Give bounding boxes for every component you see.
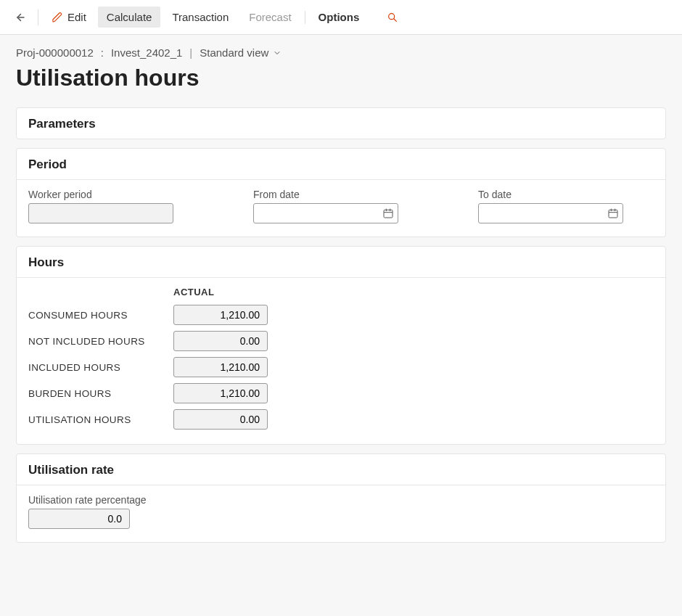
edit-label: Edit [67, 11, 86, 23]
svg-point-0 [389, 13, 395, 19]
included-hours-value[interactable] [173, 357, 268, 377]
section-utilisation-rate: Utilisation rate Utilisation rate percen… [16, 453, 666, 543]
from-date-field: From date [253, 189, 398, 223]
search-button[interactable] [379, 7, 406, 28]
period-body: Worker period From date To date [17, 189, 665, 237]
back-arrow-icon [13, 11, 26, 24]
worker-period-field: Worker period [28, 189, 173, 223]
section-hours: Hours ACTUAL CONSUMED HOURS NOT INCLUDED… [16, 246, 666, 445]
section-divider [17, 277, 665, 278]
burden-hours-value[interactable] [173, 383, 268, 403]
to-date-input[interactable] [478, 203, 623, 223]
rate-percentage-label: Utilisation rate percentage [28, 494, 654, 506]
edit-button[interactable]: Edit [43, 7, 95, 28]
options-button[interactable]: Options [310, 7, 369, 28]
view-label-text: Standard view [200, 46, 268, 59]
actual-column-header: ACTUAL [173, 287, 275, 299]
pencil-icon [52, 12, 63, 23]
page-header-area: Proj-000000012 : Invest_2402_1 | Standar… [0, 35, 682, 107]
toolbar-divider [38, 9, 38, 25]
options-label: Options [319, 11, 360, 23]
burden-hours-label: BURDEN HOURS [28, 388, 173, 399]
breadcrumb-colon: : [101, 46, 104, 59]
to-date-label: To date [478, 189, 623, 200]
forecast-label: Forecast [249, 11, 291, 23]
forecast-button: Forecast [240, 7, 300, 28]
section-hours-header[interactable]: Hours [17, 247, 665, 277]
page-title: Utilisation hours [16, 65, 666, 91]
utilisation-hours-value[interactable] [173, 409, 268, 430]
rate-percentage-value[interactable] [28, 509, 130, 529]
worker-period-label: Worker period [28, 189, 173, 200]
section-parameters-header[interactable]: Parameters [17, 108, 665, 139]
from-date-label: From date [253, 189, 398, 200]
transaction-label: Transaction [172, 11, 229, 23]
from-date-input[interactable] [253, 203, 398, 223]
breadcrumb-separator: | [189, 46, 192, 59]
section-period: Period Worker period From date To date [16, 148, 666, 237]
section-divider [17, 179, 665, 180]
to-date-field: To date [478, 189, 623, 223]
calculate-label: Calculate [107, 11, 152, 23]
consumed-hours-value[interactable] [173, 305, 268, 325]
section-rate-header[interactable]: Utilisation rate [17, 454, 665, 485]
transaction-button[interactable]: Transaction [163, 7, 237, 28]
hours-body: ACTUAL CONSUMED HOURS NOT INCLUDED HOURS… [17, 287, 665, 444]
not-included-hours-label: NOT INCLUDED HOURS [28, 336, 173, 347]
included-hours-label: INCLUDED HOURS [28, 362, 173, 373]
consumed-hours-label: CONSUMED HOURS [28, 310, 173, 321]
project-name: Invest_2402_1 [111, 46, 182, 59]
chevron-down-icon [273, 49, 282, 57]
section-parameters: Parameters [16, 107, 666, 139]
rate-body: Utilisation rate percentage [17, 494, 665, 542]
calculate-button[interactable]: Calculate [98, 7, 161, 28]
toolbar-divider [305, 11, 305, 24]
back-button[interactable] [6, 7, 33, 28]
utilisation-hours-label: UTILISATION HOURS [28, 414, 173, 425]
action-toolbar: Edit Calculate Transaction Forecast Opti… [0, 0, 682, 35]
view-selector[interactable]: Standard view [200, 46, 282, 59]
not-included-hours-value[interactable] [173, 331, 268, 351]
hours-grid: ACTUAL CONSUMED HOURS NOT INCLUDED HOURS… [28, 287, 654, 430]
section-period-header[interactable]: Period [17, 149, 665, 179]
search-icon [387, 12, 398, 23]
project-code: Proj-000000012 [16, 46, 94, 59]
breadcrumb: Proj-000000012 : Invest_2402_1 | Standar… [16, 46, 666, 59]
section-divider [17, 485, 665, 485]
worker-period-input[interactable] [28, 203, 173, 223]
